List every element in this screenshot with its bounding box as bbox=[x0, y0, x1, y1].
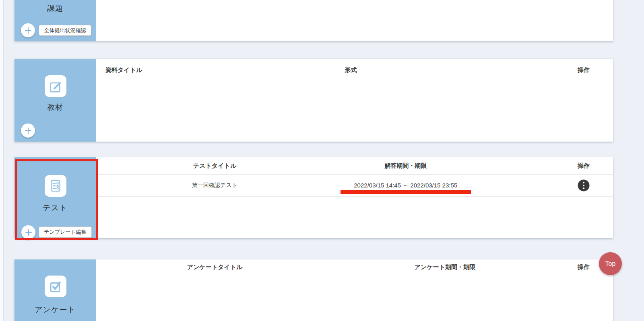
test-row-period: 2022/03/15 14:45 ～ 2022/03/15 23:55 bbox=[354, 182, 457, 189]
test-row-title[interactable]: 第一回確認テスト bbox=[192, 182, 237, 189]
tests-table-header: テストタイトル 解答期間・期限 操作 bbox=[96, 157, 613, 175]
materials-section-label: 教材 bbox=[14, 102, 96, 113]
assignments-section-label: 課題 bbox=[14, 3, 96, 14]
checklist-icon bbox=[49, 179, 62, 193]
materials-section: 教材 資料タイトル 形式 操作 bbox=[14, 59, 613, 142]
materials-format-header: 形式 bbox=[345, 66, 357, 74]
test-row-actions-button[interactable] bbox=[578, 180, 589, 191]
checkbox-icon bbox=[49, 280, 62, 293]
surveys-tile bbox=[45, 276, 66, 297]
add-material-button[interactable] bbox=[21, 123, 35, 138]
course-page: 課題 全体提出状況確認 教材 資料タイトル bbox=[0, 0, 644, 321]
plus-icon bbox=[24, 126, 33, 135]
tests-content: テストタイトル 解答期間・期限 操作 第一回確認テスト 2022/03/15 1… bbox=[96, 157, 613, 238]
tests-period-header: 解答期間・期限 bbox=[384, 162, 427, 170]
plus-icon bbox=[24, 228, 33, 237]
surveys-title-header: アンケートタイトル bbox=[187, 263, 243, 271]
surveys-sidebar: アンケート bbox=[14, 259, 96, 321]
surveys-content: アンケートタイトル アンケート期間・期限 操作 bbox=[96, 259, 613, 321]
overall-submission-status-button[interactable]: 全体提出状況確認 bbox=[39, 25, 91, 36]
surveys-table-header: アンケートタイトル アンケート期間・期限 操作 bbox=[96, 259, 613, 275]
add-test-button[interactable] bbox=[21, 225, 35, 239]
surveys-ops-header: 操作 bbox=[578, 263, 590, 271]
materials-title-header: 資料タイトル bbox=[105, 66, 142, 74]
template-edit-button[interactable]: テンプレート編集 bbox=[39, 226, 92, 238]
surveys-section: アンケート アンケートタイトル アンケート期間・期限 操作 bbox=[14, 259, 613, 321]
page-left-edge bbox=[0, 0, 3, 321]
tests-ops-header: 操作 bbox=[578, 162, 590, 170]
tests-sidebar: テスト テンプレート編集 bbox=[14, 157, 96, 238]
test-table-row: 第一回確認テスト 2022/03/15 14:45 ～ 2022/03/15 2… bbox=[96, 175, 613, 197]
materials-ops-header: 操作 bbox=[578, 66, 590, 74]
tests-title-header: テストタイトル bbox=[193, 162, 236, 170]
assignments-content bbox=[96, 0, 613, 41]
surveys-period-header: アンケート期間・期限 bbox=[415, 263, 475, 271]
materials-sidebar: 教材 bbox=[14, 59, 96, 142]
add-assignment-button[interactable] bbox=[21, 23, 35, 37]
kebab-menu-icon bbox=[580, 181, 586, 190]
materials-tile bbox=[45, 75, 66, 97]
tests-section-label: テスト bbox=[14, 203, 96, 213]
scroll-to-top-button[interactable]: Top bbox=[599, 252, 622, 275]
period-red-underline-annotation bbox=[341, 190, 471, 194]
materials-content: 資料タイトル 形式 操作 bbox=[96, 59, 613, 142]
assignments-sidebar: 課題 全体提出状況確認 bbox=[14, 0, 96, 41]
tests-tile bbox=[45, 175, 66, 197]
surveys-section-label: アンケート bbox=[14, 305, 96, 315]
assignments-section: 課題 全体提出状況確認 bbox=[14, 0, 613, 41]
edit-pencil-icon bbox=[49, 79, 62, 93]
tests-section: テスト テンプレート編集 テストタイトル 解答期間・期限 操作 第一回確認テスト… bbox=[14, 157, 613, 238]
materials-table-header: 資料タイトル 形式 操作 bbox=[96, 59, 613, 81]
plus-icon bbox=[24, 26, 33, 35]
